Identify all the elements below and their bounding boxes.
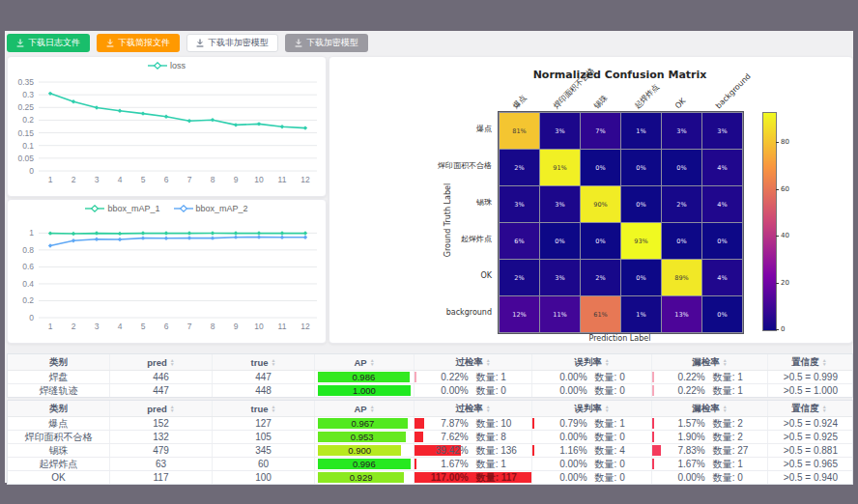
true-cell: 100 — [213, 471, 315, 484]
pred-cell: 447 — [110, 384, 213, 397]
pred-cell: 132 — [110, 431, 213, 443]
sort-caret-icon[interactable]: ▲▼ — [486, 358, 491, 366]
svg-text:0.8: 0.8 — [22, 245, 34, 255]
column-header-ap[interactable]: AP▲▼ — [315, 354, 415, 370]
legend-label: bbox_mAP_2 — [196, 204, 248, 213]
svg-text:0.6: 0.6 — [22, 262, 34, 271]
legend-item-bbox_mAP_2[interactable]: bbox_mAP_2 — [174, 204, 248, 213]
sort-caret-icon[interactable]: ▲▼ — [272, 405, 276, 412]
column-header-过检率[interactable]: 过检率▲▼ — [415, 401, 532, 416]
map-chart-legend: bbox_mAP_1bbox_mAP_2 — [8, 204, 326, 213]
legend-item-loss[interactable]: loss — [148, 61, 186, 70]
summary-table-weld: 类别pred▲▼true▲▼AP▲▼过检率▲▼误判率▲▼漏检率▲▼置信度▲▼焊盘… — [7, 353, 853, 398]
rate-cell: 0.00%数量: 0 — [532, 384, 652, 397]
download-icon — [196, 39, 204, 47]
rate-count: 数量: 0 — [476, 384, 506, 397]
column-header-漏检率[interactable]: 漏检率▲▼ — [652, 401, 768, 416]
svg-text:0.2: 0.2 — [22, 295, 34, 305]
colorbar-tick-label: 60 — [781, 185, 789, 193]
column-header-ap[interactable]: AP▲▼ — [315, 401, 415, 416]
column-header-过检率[interactable]: 过检率▲▼ — [415, 354, 532, 370]
svg-text:0.05: 0.05 — [17, 154, 34, 163]
sort-caret-icon[interactable]: ▲▼ — [605, 358, 610, 366]
legend-item-bbox_mAP_1[interactable]: bbox_mAP_1 — [85, 204, 159, 213]
rate-percent: 0.00% — [415, 385, 469, 396]
svg-text:0: 0 — [29, 166, 34, 176]
svg-text:5: 5 — [141, 322, 146, 331]
column-header-label: AP — [354, 404, 366, 414]
rate-percent: 1.16% — [532, 445, 587, 456]
column-header-class: 类别 — [8, 354, 110, 370]
rate-cell: 0.79%数量: 1 — [532, 417, 652, 430]
pred-cell: 117 — [110, 471, 213, 484]
matrix-cell: 1% — [621, 296, 661, 332]
column-header-pred[interactable]: pred▲▼ — [110, 354, 213, 370]
matrix-row-label: background — [329, 294, 492, 331]
sort-caret-icon[interactable]: ▲▼ — [723, 358, 728, 366]
rate-count: 数量: 1 — [713, 458, 743, 470]
sort-caret-icon[interactable]: ▲▼ — [170, 358, 175, 366]
ap-bar-track: 0.900 — [318, 445, 411, 456]
column-header-label: pred — [147, 357, 167, 368]
ap-cell: 0.996 — [315, 458, 415, 470]
rate-percent: 0.79% — [532, 418, 587, 429]
matrix-row-label: 起焊炸点 — [329, 221, 492, 258]
column-header-置信度[interactable]: 置信度▲▼ — [768, 354, 850, 370]
rate-percent: 117.00% — [415, 472, 469, 483]
true-cell: 345 — [213, 444, 315, 457]
column-header-置信度[interactable]: 置信度▲▼ — [768, 401, 850, 416]
sort-caret-icon[interactable]: ▲▼ — [605, 405, 610, 412]
column-header-pred[interactable]: pred▲▼ — [110, 401, 213, 416]
rate-count: 数量: 117 — [476, 471, 517, 484]
class-cell: 锡珠 — [8, 444, 110, 457]
download-icon — [106, 39, 114, 47]
rate-cell: 1.57%数量: 2 — [652, 417, 768, 430]
svg-text:7: 7 — [187, 175, 192, 184]
column-header-误判率[interactable]: 误判率▲▼ — [532, 401, 652, 416]
svg-text:3: 3 — [95, 175, 100, 184]
download-encrypted-model-button[interactable]: 下载加密模型 — [285, 34, 368, 52]
rate-count: 数量: 1 — [476, 458, 506, 470]
rate-cell: 0.00%数量: 0 — [415, 384, 532, 397]
sort-caret-icon[interactable]: ▲▼ — [723, 405, 728, 412]
matrix-col-label: 锡珠 — [592, 94, 610, 111]
ap-bar-track: 0.986 — [318, 372, 411, 382]
sort-caret-icon[interactable]: ▲▼ — [822, 405, 827, 412]
matrix-cell: 2% — [581, 260, 620, 295]
table-header-row: 类别pred▲▼true▲▼AP▲▼过检率▲▼误判率▲▼漏检率▲▼置信度▲▼ — [8, 354, 852, 371]
svg-text:0.15: 0.15 — [17, 128, 34, 138]
column-header-true[interactable]: true▲▼ — [213, 401, 315, 416]
matrix-cell: 3% — [702, 113, 742, 149]
svg-text:1: 1 — [29, 228, 34, 238]
class-cell: 焊盘 — [8, 371, 110, 383]
ap-cell: 1.000 — [315, 384, 415, 397]
download-unencrypted-model-button[interactable]: 下载非加密模型 — [186, 34, 278, 52]
matrix-cell: 0% — [581, 150, 620, 185]
svg-text:2: 2 — [72, 322, 76, 331]
sort-caret-icon[interactable]: ▲▼ — [486, 405, 491, 412]
sort-caret-icon[interactable]: ▲▼ — [272, 358, 276, 366]
rate-percent: 0.22% — [652, 372, 705, 382]
rate-cell: 0.22%数量: 1 — [652, 371, 768, 383]
rate-percent: 0.00% — [652, 472, 705, 483]
rate-cell: 39.42%数量: 136 — [415, 444, 532, 457]
colorbar-tick — [776, 189, 779, 190]
matrix-row-label: 锡珠 — [329, 184, 492, 221]
download-log-button[interactable]: 下载日志文件 — [7, 34, 90, 52]
summary-table-defects: 类别pred▲▼true▲▼AP▲▼过检率▲▼误判率▲▼漏检率▲▼置信度▲▼爆点… — [7, 400, 853, 485]
sort-caret-icon[interactable]: ▲▼ — [822, 358, 827, 366]
table-row: 爆点1521270.9677.87%数量: 100.79%数量: 11.57%数… — [8, 417, 852, 431]
sort-caret-icon[interactable]: ▲▼ — [370, 358, 375, 366]
download-report-button[interactable]: 下载简报文件 — [97, 34, 180, 52]
confidence-cell: >0.5 = 1.000 — [768, 384, 850, 397]
sort-caret-icon[interactable]: ▲▼ — [170, 405, 175, 412]
svg-text:2: 2 — [72, 175, 76, 184]
sort-caret-icon[interactable]: ▲▼ — [370, 405, 375, 412]
rate-count: 数量: 10 — [476, 417, 512, 430]
loss-chart-legend: loss — [8, 61, 326, 70]
column-header-误判率[interactable]: 误判率▲▼ — [532, 354, 652, 370]
column-header-漏检率[interactable]: 漏检率▲▼ — [652, 354, 768, 370]
matrix-cell: 0% — [621, 186, 661, 222]
rate-percent: 1.90% — [652, 432, 705, 442]
column-header-true[interactable]: true▲▼ — [213, 354, 315, 370]
